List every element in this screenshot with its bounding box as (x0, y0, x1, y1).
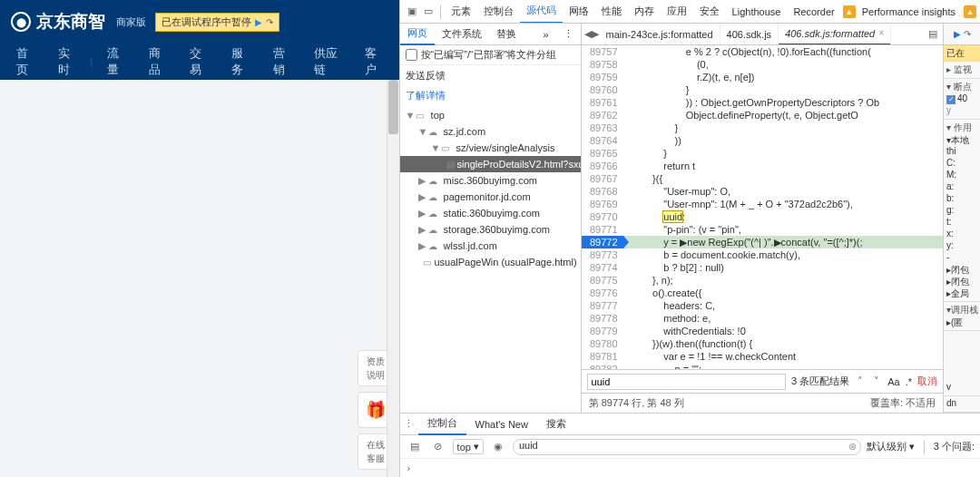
code-line[interactable]: 89775 }, n); (582, 274, 943, 287)
logo[interactable]: ⬤ 京东商智 (11, 10, 105, 34)
console-prompt[interactable]: › (400, 459, 980, 477)
scope-local[interactable]: ▾本地 (946, 134, 977, 146)
subtab-page[interactable]: 网页 (400, 24, 435, 45)
nav-customer[interactable]: 客户 (356, 45, 392, 78)
drawer-tab-search[interactable]: 搜索 (537, 414, 575, 435)
code-line[interactable]: 89772 y = ▶new RegExp("(^| )".▶concat(v,… (582, 236, 943, 248)
drawer-tab-console[interactable]: 控制台 (418, 414, 466, 435)
code-line[interactable]: 89757 e % 2 ? c(Object(n), !0).forEach((… (582, 45, 943, 58)
file-tab-0[interactable]: main-243ce.js:formatted (600, 24, 720, 45)
nav-realtime[interactable]: 实时 (49, 45, 85, 78)
code-line[interactable]: 89777 headers: C, (582, 299, 943, 312)
code-line[interactable]: 89766 return t (582, 160, 943, 172)
resume-icon[interactable]: ▶ (255, 17, 262, 27)
scope-global[interactable]: ▸全局 (946, 287, 977, 299)
nav-service[interactable]: 服务 (222, 45, 259, 78)
console-sidebar-icon[interactable]: ▤ (406, 441, 424, 453)
match-case-toggle[interactable]: Aa (887, 376, 899, 387)
tree-item[interactable]: ▶☁static.360buyimg.com (400, 205, 581, 221)
tab-network[interactable]: 网络 (563, 0, 595, 24)
code-line[interactable]: 89779 withCredentials: !0 (582, 325, 943, 337)
code-line[interactable]: 89770 uuid: (582, 210, 943, 223)
code-line[interactable]: 89781 var e = !1 !== w.checkContent (582, 350, 943, 363)
scope-var[interactable]: b: (946, 193, 977, 205)
file-tabs-nav-icon[interactable]: ◀▶ (583, 28, 600, 40)
tab-recorder[interactable]: Recorder (787, 0, 840, 24)
log-level-selector[interactable]: 默认级别 ▾ (867, 440, 915, 453)
inspect-icon[interactable]: ▣ (404, 5, 420, 17)
tab-perf-insights[interactable]: Performance insights (856, 0, 962, 24)
scope-header[interactable]: ▾ 作用 (946, 122, 977, 134)
code-line[interactable]: 89780 })(w).then((function(t) { (582, 337, 943, 350)
scope-var[interactable]: x: (946, 229, 977, 240)
code-line[interactable]: 89774 b ? b[2] : null) (582, 261, 943, 274)
nav-supply[interactable]: 供应链 (305, 45, 349, 78)
tree-item[interactable]: ▤singleProDetailsV2.html?sxu (400, 156, 581, 172)
scope-var[interactable]: t: (946, 217, 977, 229)
tab-security[interactable]: 安全 (693, 0, 726, 24)
scope-closure2[interactable]: ▸闭包 (946, 276, 977, 287)
group-by-authored-row[interactable]: 按“已编写”/“已部署”将文件分组 (400, 45, 581, 65)
subtab-overrides[interactable]: 替换 (489, 24, 524, 45)
tree-item[interactable]: ▶☁wlssl.jd.com (400, 238, 581, 254)
code-line[interactable]: 89767 }({ (582, 172, 943, 185)
scope-var[interactable]: M: (946, 170, 977, 181)
close-icon[interactable]: × (878, 28, 884, 38)
tree-item[interactable]: ▼▭top (400, 107, 581, 123)
code-line[interactable]: 89760 } (582, 83, 943, 96)
eye-icon[interactable]: ◉ (489, 441, 507, 453)
code-line[interactable]: 89773 b = document.cookie.match(y), (582, 248, 943, 261)
find-prev-icon[interactable]: ˄ (855, 375, 866, 387)
nav-product[interactable]: 商品 (140, 45, 176, 78)
page-scrollbar[interactable] (387, 80, 399, 477)
device-icon[interactable]: ▭ (420, 5, 436, 17)
subtab-filesystem[interactable]: 文件系统 (435, 24, 489, 45)
debugger-paused-badge[interactable]: 已在调试程序中暂停 ▶ ↷ (155, 13, 279, 32)
watch-header[interactable]: ▸ 监视 (946, 63, 977, 76)
code-line[interactable]: 89765 } (582, 147, 943, 160)
learn-more-link[interactable]: 了解详情 (406, 89, 446, 102)
code-line[interactable]: 89782 , n = ""; (582, 363, 943, 369)
scope-var[interactable]: a: (946, 181, 977, 193)
console-clear-icon[interactable]: ⊘ (429, 441, 447, 453)
nav-home[interactable]: 首页 (7, 45, 44, 78)
scope-var[interactable]: thi (946, 146, 977, 158)
step-over-icon[interactable]: ↷ (964, 29, 971, 39)
tree-item[interactable]: ▼▭sz/view/singleAnalysis (400, 140, 581, 156)
code-line[interactable]: 89771 "p-pin": (v = "pin", (582, 223, 943, 236)
tab-performance[interactable]: 性能 (595, 0, 628, 24)
code-line[interactable]: 89778 method: e, (582, 312, 943, 325)
find-cancel[interactable]: 取消 (917, 375, 937, 388)
code-line[interactable]: 89759 r.Z)(t, e, n[e]) (582, 71, 943, 83)
file-tab-2[interactable]: 406.sdk.js:formatted× (779, 24, 891, 45)
group-checkbox[interactable] (406, 49, 417, 61)
step-icon[interactable]: ↷ (266, 17, 273, 27)
regex-toggle[interactable]: .* (906, 376, 912, 387)
file-tab-1[interactable]: 406.sdk.js (720, 24, 779, 45)
context-selector[interactable]: top▾ (453, 439, 484, 454)
tab-application[interactable]: 应用 (661, 0, 693, 24)
tree-item[interactable]: ▶☁storage.360buyimg.com (400, 221, 581, 238)
tab-lighthouse[interactable]: Lighthouse (726, 0, 788, 24)
code-line[interactable]: 89761 )) : Object.getOwnPropertyDescript… (582, 96, 943, 109)
resume-button-icon[interactable]: ▶ (954, 29, 961, 39)
breakpoint-item[interactable]: ✓40 (946, 93, 977, 105)
tab-memory[interactable]: 内存 (628, 0, 661, 24)
tree-item[interactable]: ▶☁pagemonitor.jd.com (400, 189, 581, 205)
file-more-icon[interactable]: ▤ (925, 28, 941, 40)
code-line[interactable]: 89776 o().create({ (582, 287, 943, 299)
find-next-icon[interactable]: ˅ (871, 375, 882, 387)
tree-item[interactable]: ▼☁sz.jd.com (400, 123, 581, 140)
code-line[interactable]: 89769 "User-mnp": 1(M + _ + O + "372ad2c… (582, 198, 943, 210)
filter-clear-icon[interactable]: ⊗ (848, 441, 857, 453)
code-line[interactable]: 89768 "User-mup": O, (582, 185, 943, 198)
subtab-more-icon[interactable]: » (535, 24, 555, 45)
file-tree[interactable]: ▼▭top▼☁sz.jd.com▼▭sz/view/singleAnalysis… (400, 105, 581, 413)
scope-var[interactable]: y: (946, 240, 977, 252)
console-filter[interactable]: uuid ⊗ (513, 439, 861, 455)
nav-trade[interactable]: 交易 (181, 45, 217, 78)
nav-marketing[interactable]: 营销 (264, 45, 300, 78)
callstack-header[interactable]: ▾调用栈 (946, 304, 977, 316)
scope-var[interactable]: C: (946, 158, 977, 170)
breakpoints-header[interactable]: ▾ 断点 (946, 81, 977, 93)
